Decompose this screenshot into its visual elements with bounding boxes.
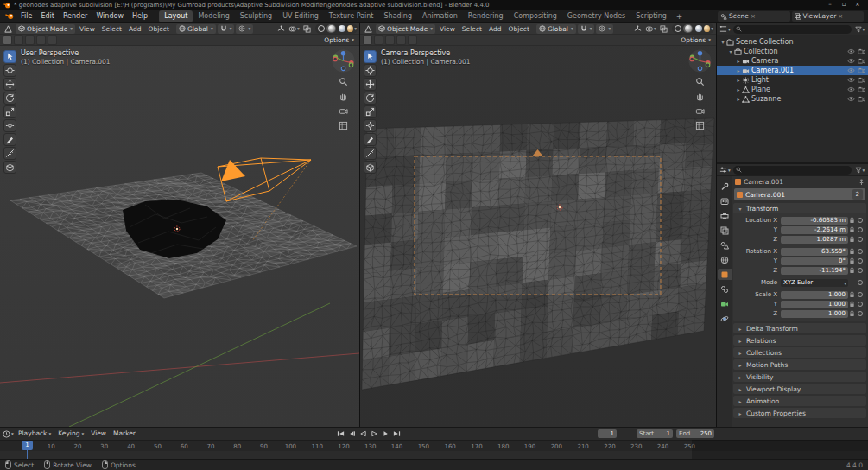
perspective-toggle-icon[interactable] <box>338 120 349 131</box>
select-mode-subtract-button[interactable] <box>385 35 395 45</box>
expand-caret[interactable] <box>719 39 726 45</box>
blender-menu-button[interactable] <box>3 13 16 20</box>
tool-measure[interactable] <box>3 147 16 160</box>
tool-rotate[interactable] <box>364 92 377 105</box>
pan-hand-icon[interactable] <box>694 91 706 102</box>
lock-icon[interactable] <box>848 257 856 264</box>
tab-render[interactable] <box>718 195 732 206</box>
outliner-search-input[interactable] <box>733 25 852 34</box>
properties-editor-type-button[interactable] <box>719 165 731 175</box>
outliner-row[interactable]: Camera.001 <box>717 66 868 75</box>
tab-output[interactable] <box>718 210 732 221</box>
unlink-viewlayer-icon[interactable] <box>838 12 843 20</box>
lock-icon[interactable] <box>848 226 856 233</box>
disable-in-renders-toggle[interactable] <box>858 48 865 54</box>
properties-filter-button[interactable] <box>854 165 865 175</box>
outliner-row[interactable]: Light <box>717 75 868 85</box>
lock-icon[interactable] <box>848 267 856 274</box>
select-mode-subtract-button[interactable] <box>25 35 35 45</box>
animate-decorator[interactable] <box>856 292 864 297</box>
animate-decorator[interactable] <box>856 227 864 232</box>
shading-wireframe-button[interactable] <box>316 24 326 33</box>
expand-caret[interactable] <box>735 86 742 92</box>
snap-dropdown[interactable] <box>578 24 595 34</box>
viewport-options-dropdown[interactable]: Options <box>678 35 713 45</box>
tool-move[interactable] <box>364 78 377 91</box>
transform-field-value[interactable]: 1.000 <box>781 291 848 299</box>
show-overlays-toggle[interactable] <box>288 24 300 34</box>
lock-icon[interactable] <box>848 291 856 298</box>
close-button[interactable] <box>851 0 865 10</box>
unlink-scene-icon[interactable] <box>751 12 756 20</box>
topbar-menu[interactable]: Edit <box>36 10 59 22</box>
tool-annotate[interactable] <box>3 133 16 146</box>
properties-panel-header[interactable]: Delta Transform <box>733 323 866 333</box>
tool-scale[interactable] <box>364 105 377 118</box>
scene-selector[interactable]: Scene <box>718 11 790 22</box>
workspace-tab[interactable]: Modeling <box>193 10 234 22</box>
topbar-menu[interactable]: Render <box>59 10 92 22</box>
viewport-left-canvas[interactable] <box>0 46 359 427</box>
animate-decorator[interactable] <box>856 258 864 264</box>
properties-panel-header[interactable]: Relations <box>733 335 866 346</box>
tab-physics[interactable] <box>718 313 732 324</box>
tab-tool[interactable] <box>718 181 732 192</box>
timeline-menu[interactable]: View <box>87 428 110 440</box>
hide-in-viewport-toggle[interactable] <box>847 48 855 54</box>
shading-solid-button[interactable] <box>683 24 693 33</box>
expand-caret[interactable] <box>735 67 742 73</box>
viewport-menu[interactable]: Object <box>505 23 533 35</box>
editor-type-button[interactable] <box>3 24 14 34</box>
topbar-menu[interactable]: Window <box>92 10 128 22</box>
workspace-tab[interactable]: UV Editing <box>277 10 324 22</box>
workspace-tab[interactable]: Compositing <box>509 10 562 22</box>
transform-orientation-dropdown[interactable]: Global <box>176 24 216 34</box>
outliner-row[interactable]: Camera <box>717 56 868 66</box>
timeline-menu[interactable]: Marker <box>110 428 139 440</box>
show-overlays-toggle[interactable] <box>645 24 656 34</box>
shading-material-button[interactable] <box>694 24 703 33</box>
viewport-menu[interactable]: Select <box>459 23 485 35</box>
transform-field-value[interactable]: 0° <box>781 257 848 265</box>
transform-field-value[interactable]: -11.194° <box>781 267 848 275</box>
show-gizmo-toggle[interactable] <box>276 24 287 34</box>
playhead[interactable]: 1 <box>22 441 33 450</box>
frame-start-field[interactable]: Start1 <box>637 429 673 438</box>
topbar-menu[interactable]: File <box>16 10 36 22</box>
pan-hand-icon[interactable] <box>338 91 349 102</box>
shading-rendered-button[interactable] <box>347 24 357 33</box>
expand-caret[interactable] <box>727 48 734 54</box>
expand-caret[interactable] <box>735 58 742 64</box>
tab-scene[interactable] <box>718 239 732 251</box>
lock-icon[interactable] <box>848 248 856 255</box>
hide-in-viewport-toggle[interactable] <box>847 58 855 64</box>
animate-decorator[interactable] <box>856 280 864 285</box>
tab-object[interactable] <box>718 269 732 280</box>
minimize-button[interactable] <box>823 0 837 10</box>
zoom-icon[interactable] <box>694 76 706 87</box>
workspace-tab[interactable]: Rendering <box>463 10 509 22</box>
transform-panel-header[interactable]: Transform <box>733 203 866 213</box>
outliner-row[interactable]: Scene Collection <box>717 37 868 47</box>
outliner-filter-button[interactable] <box>854 24 865 34</box>
show-gizmo-toggle[interactable] <box>632 24 643 34</box>
select-mode-extend-button[interactable] <box>14 35 23 45</box>
disable-in-renders-toggle[interactable] <box>858 58 865 64</box>
expand-caret[interactable] <box>735 77 742 83</box>
snap-dropdown[interactable] <box>218 24 235 34</box>
outliner-editor-type-button[interactable] <box>719 24 731 34</box>
expand-caret[interactable] <box>735 96 742 102</box>
select-mode-invert-button[interactable] <box>36 35 46 45</box>
frame-end-field[interactable]: End250 <box>676 429 714 438</box>
workspace-tab[interactable]: Texture Paint <box>324 10 379 22</box>
users-count-button[interactable]: 2 <box>852 189 863 200</box>
tool-transform[interactable] <box>364 119 377 132</box>
outliner-row[interactable]: Collection <box>717 47 868 56</box>
select-mode-invert-button[interactable] <box>396 35 406 45</box>
transform-field-value[interactable]: 1.0287 m <box>781 236 848 244</box>
jump-next-keyframe-button[interactable] <box>380 429 390 438</box>
tool-move[interactable] <box>3 78 16 91</box>
workspace-tab[interactable]: Scripting <box>630 10 672 22</box>
select-mode-intersect-button[interactable] <box>48 35 57 45</box>
properties-panel-header[interactable]: Viewport Display <box>733 384 866 394</box>
